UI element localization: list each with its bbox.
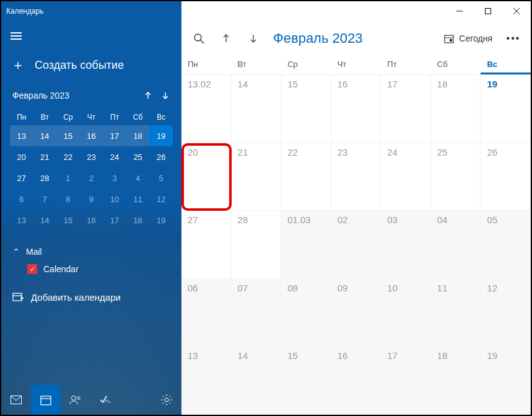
mini-day-cell[interactable]: 27 bbox=[10, 167, 33, 188]
mini-day-cell[interactable]: 14 bbox=[33, 210, 57, 231]
main-dow-cell: Сб bbox=[431, 56, 481, 74]
day-cell[interactable]: 16 bbox=[331, 75, 382, 143]
mini-day-cell[interactable]: 25 bbox=[126, 146, 150, 167]
mini-day-cell[interactable]: 17 bbox=[103, 125, 126, 146]
day-cell[interactable]: 17 bbox=[381, 347, 431, 415]
account-toggle[interactable]: ⌄ Mail bbox=[12, 243, 170, 260]
day-cell[interactable]: 12 bbox=[481, 279, 531, 347]
day-cell[interactable]: 06 bbox=[181, 279, 232, 347]
mini-day-cell[interactable]: 14 bbox=[33, 125, 57, 146]
day-cell[interactable]: 01.03 bbox=[281, 211, 331, 279]
mini-dow-cell: Пт bbox=[103, 109, 126, 125]
mini-day-cell[interactable]: 2 bbox=[80, 167, 103, 188]
calendar-icon[interactable] bbox=[31, 385, 61, 415]
hamburger-button[interactable] bbox=[1, 21, 31, 51]
mini-day-cell[interactable]: 8 bbox=[56, 188, 80, 210]
day-cell[interactable]: 07 bbox=[232, 279, 282, 347]
day-cell[interactable]: 27 bbox=[181, 211, 232, 279]
mini-prev-button[interactable] bbox=[139, 87, 157, 104]
day-cell[interactable]: 10 bbox=[381, 279, 431, 347]
mini-day-cell[interactable]: 19 bbox=[149, 210, 173, 231]
calendar-toggle[interactable]: ✓ Calendar bbox=[12, 260, 170, 278]
day-cell[interactable]: 14 bbox=[232, 347, 282, 415]
day-cell[interactable]: 09 bbox=[331, 279, 382, 347]
day-cell[interactable]: 19 bbox=[481, 347, 531, 415]
todo-icon[interactable] bbox=[90, 385, 120, 415]
main-panel: Февраль 2023 Сегодня ••• ПнВтСрЧтПтСбВс … bbox=[181, 21, 531, 415]
mail-icon[interactable] bbox=[1, 385, 31, 415]
mini-day-cell[interactable]: 6 bbox=[10, 188, 33, 210]
day-cell[interactable]: 14 bbox=[232, 75, 282, 143]
day-cell[interactable]: 13.02 bbox=[181, 75, 232, 143]
mini-day-cell[interactable]: 11 bbox=[126, 188, 150, 210]
day-cell[interactable]: 13 bbox=[181, 347, 232, 415]
svg-line-21 bbox=[169, 396, 170, 397]
mini-day-cell[interactable]: 17 bbox=[103, 210, 126, 231]
day-cell[interactable]: 22 bbox=[281, 143, 331, 211]
mini-day-cell[interactable]: 9 bbox=[80, 188, 103, 210]
day-cell[interactable]: 18 bbox=[431, 75, 481, 143]
maximize-button[interactable] bbox=[474, 1, 502, 21]
today-button[interactable]: Сегодня bbox=[438, 33, 499, 43]
day-cell[interactable]: 26 bbox=[481, 143, 531, 211]
mini-day-cell[interactable]: 1 bbox=[56, 167, 80, 188]
mini-day-cell[interactable]: 18 bbox=[126, 210, 150, 231]
month-label[interactable]: Февраль 2023 bbox=[268, 30, 367, 46]
minimize-button[interactable] bbox=[445, 1, 474, 21]
day-cell[interactable]: 16 bbox=[331, 347, 382, 415]
mini-day-cell[interactable]: 21 bbox=[33, 146, 57, 167]
mini-day-cell[interactable]: 26 bbox=[149, 146, 173, 167]
search-icon[interactable] bbox=[186, 26, 211, 51]
mini-day-cell[interactable]: 16 bbox=[80, 210, 103, 231]
day-cell[interactable]: 18 bbox=[431, 347, 481, 415]
day-cell[interactable]: 15 bbox=[281, 75, 331, 143]
day-cell[interactable]: 21 bbox=[232, 143, 282, 211]
mini-day-cell[interactable]: 22 bbox=[56, 146, 80, 167]
day-cell[interactable]: 17 bbox=[381, 75, 431, 143]
add-calendars-button[interactable]: Добавить календари bbox=[1, 280, 181, 308]
close-button[interactable] bbox=[502, 1, 531, 21]
mini-day-cell[interactable]: 7 bbox=[33, 188, 57, 210]
mini-day-cell[interactable]: 18 bbox=[126, 125, 150, 146]
mini-day-cell[interactable]: 20 bbox=[10, 146, 33, 167]
mini-day-cell[interactable]: 15 bbox=[56, 125, 80, 146]
mini-month-label[interactable]: Февраль 2023 bbox=[12, 91, 69, 100]
mini-day-cell[interactable]: 19 bbox=[149, 125, 173, 146]
mini-day-cell[interactable]: 12 bbox=[149, 188, 173, 210]
day-cell[interactable]: 19 bbox=[481, 75, 531, 143]
day-cell[interactable]: 05 bbox=[481, 211, 531, 279]
mini-day-cell[interactable]: 13 bbox=[10, 125, 33, 146]
mini-day-cell[interactable]: 3 bbox=[103, 167, 126, 188]
mini-day-cell[interactable]: 5 bbox=[149, 167, 173, 188]
day-cell[interactable]: 24 bbox=[381, 143, 431, 211]
next-month-button[interactable] bbox=[241, 26, 266, 51]
create-event-button[interactable]: ＋ Создать событие bbox=[1, 51, 181, 84]
day-cell[interactable]: 04 bbox=[431, 211, 481, 279]
day-cell[interactable]: 25 bbox=[431, 143, 481, 211]
day-cell[interactable]: 08 bbox=[281, 279, 331, 347]
day-cell[interactable]: 23 bbox=[331, 143, 382, 211]
add-calendar-icon bbox=[12, 291, 24, 303]
mini-next-button[interactable] bbox=[157, 87, 174, 104]
day-cell[interactable]: 02 bbox=[331, 211, 382, 279]
mini-dow-cell: Сб bbox=[126, 109, 150, 125]
mini-dow-cell: Вт bbox=[33, 109, 57, 125]
more-button[interactable]: ••• bbox=[501, 26, 526, 51]
mini-day-cell[interactable]: 24 bbox=[103, 146, 126, 167]
day-cell[interactable]: 28 bbox=[232, 211, 282, 279]
mini-day-cell[interactable]: 15 bbox=[56, 210, 80, 231]
day-cell[interactable]: 11 bbox=[431, 279, 481, 347]
prev-month-button[interactable] bbox=[214, 26, 238, 51]
day-cell[interactable]: 20 bbox=[181, 143, 232, 211]
mini-day-cell[interactable]: 10 bbox=[103, 188, 126, 210]
day-cell[interactable]: 03 bbox=[381, 211, 431, 279]
mini-day-cell[interactable]: 4 bbox=[126, 167, 150, 188]
day-cell[interactable]: 15 bbox=[281, 347, 331, 415]
mini-day-cell[interactable]: 23 bbox=[80, 146, 103, 167]
people-icon[interactable] bbox=[61, 385, 90, 415]
mini-day-cell[interactable]: 13 bbox=[10, 210, 33, 231]
settings-icon[interactable] bbox=[152, 385, 181, 415]
mini-day-cell[interactable]: 28 bbox=[33, 167, 57, 188]
mini-day-cell[interactable]: 16 bbox=[80, 125, 103, 146]
add-calendars-label: Добавить календари bbox=[31, 292, 121, 303]
